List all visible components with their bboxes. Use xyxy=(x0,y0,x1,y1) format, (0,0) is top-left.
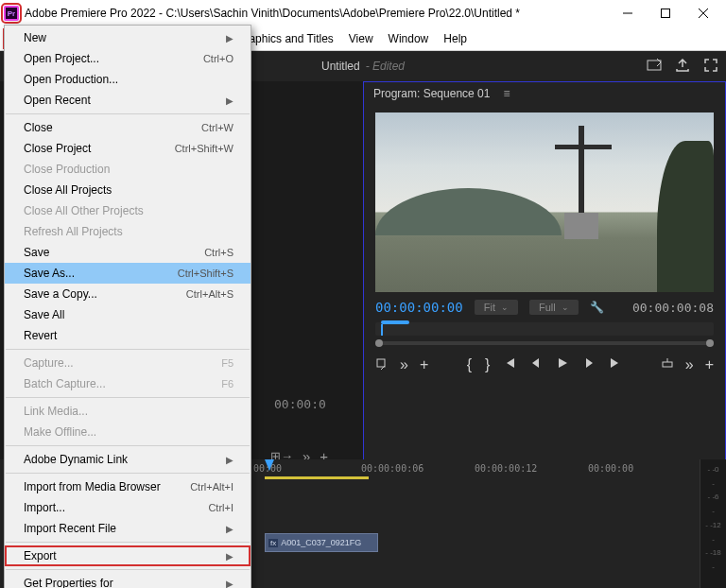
source-timecode: 00:00:0 xyxy=(274,397,326,411)
ruler-tick: 00:00:00 xyxy=(588,463,633,474)
menu-item-open-production[interactable]: Open Production... xyxy=(5,69,251,90)
menu-item-capture: Capture...F5 xyxy=(5,353,251,373)
export-frame-icon[interactable]: » xyxy=(685,356,694,373)
menu-separator xyxy=(6,397,250,398)
program-title: Program: Sequence 01 xyxy=(373,87,490,100)
play-button[interactable] xyxy=(556,356,569,373)
clip-name: A001_C037_0921FG xyxy=(281,538,361,547)
menu-item-save-a-copy[interactable]: Save a Copy...Ctrl+Alt+S xyxy=(5,284,251,304)
zoom-slider[interactable] xyxy=(364,336,725,351)
file-menu-dropdown: New▶Open Project...Ctrl+OOpen Production… xyxy=(4,25,251,588)
menu-item-new[interactable]: New▶ xyxy=(5,27,251,48)
window-title: Adobe Premiere Pro 2022 - C:\Users\Sachi… xyxy=(25,7,609,20)
window-titlebar: Pr Adobe Premiere Pro 2022 - C:\Users\Sa… xyxy=(0,0,726,26)
meter-tick: - -0 xyxy=(708,465,719,474)
svg-rect-0 xyxy=(662,9,670,18)
transport-controls: » + { } » + xyxy=(364,351,725,379)
meter-tick: - xyxy=(712,562,715,571)
meter-tick: - xyxy=(712,535,715,544)
go-to-in-button[interactable] xyxy=(503,356,516,373)
program-scrub-bar[interactable] xyxy=(364,319,725,336)
menu-item-refresh-all-projects: Refresh All Projects xyxy=(5,221,251,242)
menu-item-close[interactable]: CloseCtrl+W xyxy=(5,117,251,138)
menu-item-export[interactable]: Export▶ xyxy=(5,545,251,566)
menu-item-close-production: Close Production xyxy=(5,159,251,180)
meter-tick: - -6 xyxy=(708,493,719,501)
timeline-ruler[interactable]: :00:0000:00:00:0600:00:00:1200:00:00 xyxy=(248,459,726,480)
program-video-preview[interactable] xyxy=(375,112,714,292)
menu-item-open-recent[interactable]: Open Recent▶ xyxy=(5,90,251,111)
mark-in-button[interactable]: { xyxy=(467,356,472,373)
menu-item-close-all-projects[interactable]: Close All Projects xyxy=(5,180,251,200)
menu-separator xyxy=(6,113,250,114)
program-duration-timecode: 00:00:00:08 xyxy=(632,301,714,315)
document-tab[interactable]: Untitled xyxy=(321,60,360,73)
work-area-bar[interactable] xyxy=(265,476,369,479)
app-icon: Pr xyxy=(4,6,19,21)
insert-icon[interactable]: » xyxy=(400,356,408,373)
menu-separator xyxy=(6,473,250,474)
resolution-dropdown[interactable]: Full⌄ xyxy=(529,300,579,315)
maximize-button[interactable] xyxy=(647,2,684,25)
menu-window[interactable]: Window xyxy=(381,29,437,48)
program-monitor-panel: Program: Sequence 01 ≡ 00:00:00:00 Fit⌄ … xyxy=(363,81,726,465)
menu-item-import-recent-file[interactable]: Import Recent File▶ xyxy=(5,518,251,539)
share-icon[interactable] xyxy=(675,58,690,76)
svg-rect-3 xyxy=(663,362,672,367)
menu-item-save-as[interactable]: Save As...Ctrl+Shift+S xyxy=(5,263,251,284)
mark-in-icon[interactable] xyxy=(375,356,389,373)
meter-tick: - xyxy=(712,479,715,488)
menu-separator xyxy=(6,542,250,543)
close-button[interactable] xyxy=(684,2,722,25)
menu-item-save[interactable]: SaveCtrl+S xyxy=(5,242,251,263)
step-back-button[interactable] xyxy=(529,356,543,373)
menu-separator xyxy=(6,349,250,350)
svg-rect-1 xyxy=(648,61,661,70)
menu-separator xyxy=(6,445,250,446)
mark-out-button[interactable]: } xyxy=(485,356,490,373)
program-current-timecode[interactable]: 00:00:00:00 xyxy=(375,300,463,315)
menu-item-make-offline: Make Offline... xyxy=(5,422,251,442)
menu-item-save-all[interactable]: Save All xyxy=(5,304,251,325)
ruler-tick: :00:00 xyxy=(248,463,282,474)
go-to-out-button[interactable] xyxy=(609,356,622,373)
settings-icon[interactable]: 🔧 xyxy=(590,301,604,314)
audio-meter: - -0-- -6-- -12-- -18- xyxy=(700,459,726,588)
ruler-tick: 00:00:00:06 xyxy=(361,463,424,474)
lift-icon[interactable] xyxy=(661,356,674,373)
menu-item-import-from-media-browser[interactable]: Import from Media BrowserCtrl+Alt+I xyxy=(5,476,251,497)
menu-item-adobe-dynamic-link[interactable]: Adobe Dynamic Link▶ xyxy=(5,449,251,470)
minimize-button[interactable] xyxy=(609,2,647,25)
menu-separator xyxy=(6,569,250,570)
quick-export-icon[interactable] xyxy=(647,58,662,76)
panel-menu-icon[interactable]: ≡ xyxy=(503,87,510,100)
menu-item-close-all-other-projects: Close All Other Projects xyxy=(5,200,251,221)
video-clip[interactable]: fx A001_C037_0921FG xyxy=(265,533,378,552)
meter-tick: - xyxy=(712,507,715,515)
menu-help[interactable]: Help xyxy=(436,29,475,48)
zoom-dropdown[interactable]: Fit⌄ xyxy=(475,300,518,315)
fullscreen-icon[interactable] xyxy=(703,58,718,76)
document-state: - Edited xyxy=(366,60,405,73)
menu-item-link-media: Link Media... xyxy=(5,401,251,422)
menu-item-get-properties-for[interactable]: Get Properties for▶ xyxy=(5,573,251,588)
menu-item-import[interactable]: Import...Ctrl+I xyxy=(5,497,251,518)
menu-item-open-project[interactable]: Open Project...Ctrl+O xyxy=(5,48,251,69)
meter-tick: - -18 xyxy=(705,548,720,557)
fx-badge: fx xyxy=(268,539,278,547)
menu-item-close-project[interactable]: Close ProjectCtrl+Shift+W xyxy=(5,138,251,159)
menu-item-revert[interactable]: Revert xyxy=(5,325,251,346)
step-forward-button[interactable] xyxy=(582,356,596,373)
add-marker-button[interactable]: + xyxy=(420,356,428,373)
menu-view[interactable]: View xyxy=(341,29,381,48)
menu-item-batch-capture: Batch Capture...F6 xyxy=(5,373,251,394)
button-editor[interactable]: + xyxy=(705,356,714,373)
svg-rect-2 xyxy=(377,359,385,367)
ruler-tick: 00:00:00:12 xyxy=(475,463,537,474)
meter-tick: - -12 xyxy=(705,521,720,529)
